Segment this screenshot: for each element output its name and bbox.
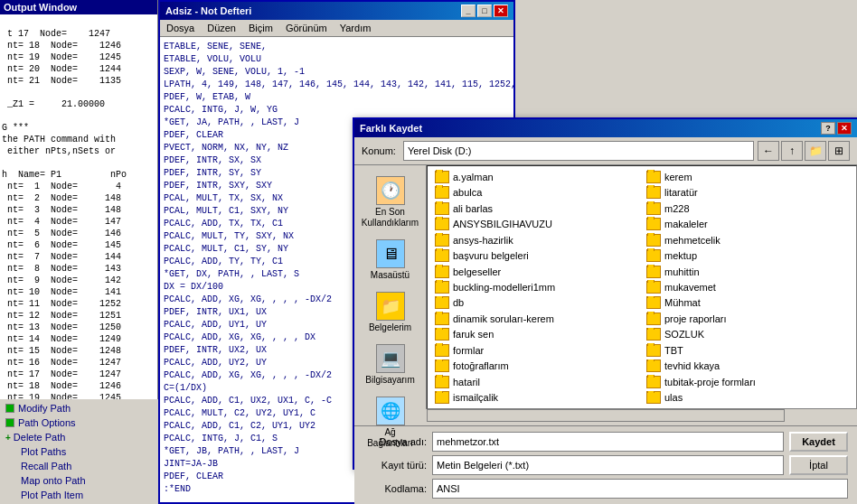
file-list: a.yalman kerem abulca litaratür ali barl…: [427, 165, 857, 409]
file-item[interactable]: db: [431, 296, 641, 310]
network-icon: 🌐: [376, 397, 405, 425]
file-item[interactable]: makaleler: [643, 217, 852, 230]
file-item[interactable]: dinamik soruları-kerem: [431, 312, 641, 325]
folder-icon: [435, 266, 449, 278]
file-item[interactable]: litaratür: [643, 185, 852, 199]
file-item[interactable]: m228: [643, 201, 852, 215]
folder-icon: [646, 234, 661, 247]
file-item[interactable]: mektup: [643, 248, 852, 262]
location-select[interactable]: Yerel Disk (D:): [403, 141, 754, 161]
file-item[interactable]: ali barlas: [431, 201, 641, 215]
file-item[interactable]: belgeseller: [431, 265, 641, 278]
dialog-form: Dosya adı: Kaydet Kayıt türü: Metin Belg…: [354, 425, 857, 504]
filetype-label: Kayıt türü:: [363, 460, 427, 471]
file-item[interactable]: TBT: [643, 343, 852, 357]
notepad-close-btn[interactable]: ✕: [494, 5, 508, 17]
file-item[interactable]: SOZLUK: [643, 328, 852, 341]
folder-icon: [435, 218, 449, 230]
menu-item-plot-paths[interactable]: Plot Paths: [2, 444, 156, 459]
menu-item-delete-path[interactable]: + Delete Path: [2, 430, 156, 444]
file-item[interactable]: tubitak-proje formları: [643, 375, 852, 388]
file-item[interactable]: abulca: [431, 185, 641, 199]
file-item[interactable]: faruk sen: [431, 328, 641, 341]
folder-icon: [435, 186, 449, 199]
sidebar-recent[interactable]: 🕐 En SonKullandıklarım: [359, 173, 422, 232]
menu-bicim[interactable]: Biçim: [246, 22, 276, 34]
menu-yardim[interactable]: Yardım: [337, 22, 374, 34]
folder-icon: [435, 171, 449, 183]
menu-item-path-options[interactable]: Path Options: [2, 415, 156, 430]
file-item[interactable]: kerem: [643, 170, 852, 183]
sidebar-desktop[interactable]: 🖥 Masaüstü: [359, 236, 422, 285]
folder-icon: [435, 376, 449, 388]
file-item[interactable]: başvuru belgeleri: [431, 248, 641, 262]
filename-input[interactable]: [432, 432, 784, 452]
output-content: t 17 Node= 1247 nt= 18 Node= 1246 nt= 19…: [0, 14, 157, 416]
sidebar-documents[interactable]: 📁 Belgelerim: [359, 288, 422, 337]
folder-icon: [646, 186, 661, 199]
menu-item-plot-path-item[interactable]: Plot Path Item: [2, 488, 156, 502]
menu-dosya[interactable]: Dosya: [164, 22, 197, 34]
file-item[interactable]: ansys-hazirlik: [431, 233, 641, 247]
folder-icon: [646, 313, 661, 325]
menu-item-recall-path[interactable]: Recall Path: [2, 459, 156, 473]
file-item[interactable]: a.yalman: [431, 170, 641, 183]
folder-icon: [435, 328, 449, 341]
folder-icon: [646, 391, 661, 404]
view-btn[interactable]: ⊞: [828, 141, 850, 161]
recent-icon: 🕐: [376, 176, 405, 205]
file-item[interactable]: tevhid kkaya: [643, 359, 852, 373]
documents-icon: 📁: [376, 292, 405, 321]
cancel-button[interactable]: İptal: [789, 455, 848, 475]
dialog-toolbar: Konum: Yerel Disk (D:) ← ↑ 📁 ⊞: [354, 137, 857, 165]
folder-icon: [435, 344, 449, 357]
dialog-help-btn[interactable]: ?: [821, 122, 835, 135]
notepad-minimize-btn[interactable]: _: [461, 5, 476, 17]
notepad-titlebar: Adsiz - Not Defteri _ □ ✕: [160, 2, 513, 20]
filetype-row: Kayıt türü: Metin Belgeleri (*.txt) İpta…: [363, 455, 848, 475]
folder-icon: [435, 296, 449, 309]
location-label: Konum:: [362, 145, 396, 156]
encoding-select[interactable]: ANSI: [432, 479, 848, 499]
notepad-maximize-btn[interactable]: □: [477, 5, 492, 17]
save-dialog: Farklı Kaydet ? ✕ Konum: Yerel Disk (D:)…: [353, 117, 857, 470]
file-item[interactable]: proje raporları: [643, 312, 852, 325]
file-item[interactable]: Mühmat: [643, 296, 852, 310]
file-item[interactable]: ANSYSBILGIHAVUZU: [431, 217, 641, 230]
folder-icon: [435, 391, 449, 404]
bottom-menu: Modify Path Path Options + Delete Path P…: [0, 399, 158, 504]
file-item[interactable]: ulas: [643, 391, 852, 405]
sidebar-computer[interactable]: 💻 Bilgisayarım: [359, 341, 422, 389]
desktop-icon: 🖥: [376, 239, 405, 268]
nav-back-btn[interactable]: ←: [758, 141, 779, 161]
file-item[interactable]: buckling-modelleri1mm: [431, 280, 641, 294]
menu-item-modify-path[interactable]: Modify Path: [2, 401, 156, 415]
computer-icon: 💻: [376, 344, 405, 373]
location-dropdown: Yerel Disk (D:): [403, 141, 754, 161]
file-item[interactable]: mukavemet: [643, 280, 852, 294]
encoding-row: Kodlama: ANSI: [363, 479, 848, 499]
nav-up-btn[interactable]: ↑: [781, 141, 803, 161]
menu-item-map-onto-path[interactable]: Map onto Path: [2, 473, 156, 488]
menu-duzen[interactable]: Düzen: [204, 22, 239, 34]
folder-icon: [435, 234, 449, 247]
filename-row: Dosya adı: Kaydet: [363, 432, 848, 452]
menu-goruntum[interactable]: Görünüm: [283, 22, 330, 34]
file-item[interactable]: ismailçalik: [431, 391, 641, 405]
file-item[interactable]: fotoğraflarım: [431, 359, 641, 373]
horizontal-scrollbar[interactable]: [427, 409, 785, 422]
folder-icon: [646, 296, 661, 309]
folder-icon: [646, 202, 661, 215]
file-item[interactable]: mehmetcelik: [643, 233, 852, 247]
file-item[interactable]: muhittin: [643, 265, 852, 278]
dialog-close-btn[interactable]: ✕: [837, 122, 852, 135]
file-item[interactable]: hataril: [431, 375, 641, 388]
filetype-select[interactable]: Metin Belgeleri (*.txt): [432, 455, 784, 475]
new-folder-btn[interactable]: 📁: [805, 141, 826, 161]
dialog-sidebar: 🕐 En SonKullandıklarım 🖥 Masaüstü 📁 Belg…: [354, 165, 427, 409]
file-item[interactable]: formlar: [431, 343, 641, 357]
folder-icon: [646, 344, 661, 357]
path-options-icon: [5, 418, 14, 427]
folder-icon: [646, 328, 661, 341]
save-button[interactable]: Kaydet: [789, 432, 848, 452]
